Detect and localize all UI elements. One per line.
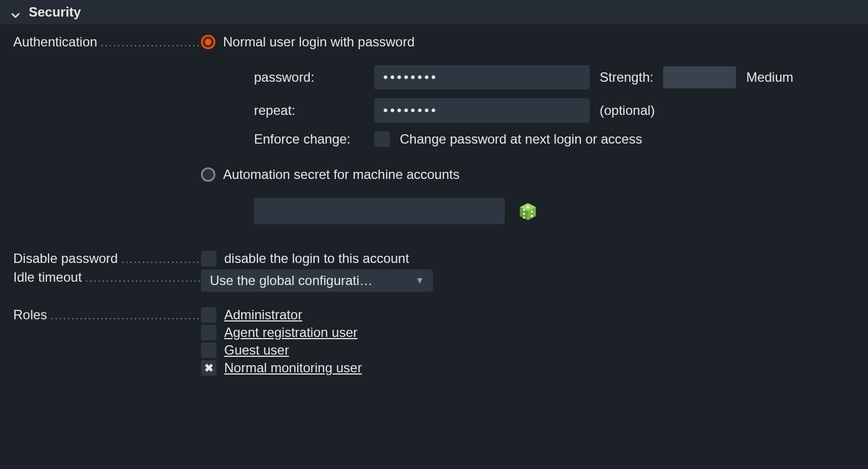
enforce-change-text: Change password at next login or access <box>400 131 642 147</box>
repeat-password-input[interactable] <box>374 98 590 123</box>
role-item: Agent registration user <box>201 325 855 340</box>
disable-password-checkbox[interactable] <box>201 251 216 266</box>
auth-radio-automation[interactable]: Automation secret for machine accounts <box>201 167 855 182</box>
chevron-down-icon <box>11 8 20 17</box>
strength-label: Strength: <box>600 70 653 85</box>
authentication-label: Authentication <box>13 34 201 50</box>
automation-secret-input[interactable] <box>254 198 505 224</box>
disable-password-label: Disable password <box>13 251 201 266</box>
radio-unselected-icon <box>201 167 215 182</box>
idle-timeout-value: Use the global configurati… <box>210 273 373 288</box>
radio-selected-icon <box>201 35 215 49</box>
strength-text: Medium <box>746 70 793 85</box>
role-item: Administrator <box>201 307 855 323</box>
enforce-change-checkbox[interactable] <box>374 131 390 147</box>
role-link[interactable]: Normal monitoring user <box>224 360 362 376</box>
enforce-change-label: Enforce change: <box>254 131 364 147</box>
role-link[interactable]: Administrator <box>224 307 302 323</box>
roles-label: Roles <box>13 307 201 323</box>
svg-point-4 <box>527 206 529 208</box>
role-checkbox[interactable] <box>201 360 216 376</box>
repeat-label: repeat: <box>254 103 364 118</box>
auth-radio-password[interactable]: Normal user login with password <box>201 34 855 50</box>
disable-password-text: disable the login to this account <box>224 251 409 266</box>
password-input[interactable] <box>374 65 590 89</box>
section-title: Security <box>29 4 81 20</box>
idle-timeout-select[interactable]: Use the global configurati… ▼ <box>201 270 433 292</box>
role-item: Normal monitoring user <box>201 360 855 376</box>
section-header[interactable]: Security <box>0 0 868 24</box>
role-link[interactable]: Guest user <box>224 342 289 358</box>
roles-list: AdministratorAgent registration userGues… <box>201 307 855 376</box>
auth-radio-password-label: Normal user login with password <box>223 34 415 50</box>
role-link[interactable]: Agent registration user <box>224 325 357 340</box>
caret-down-icon: ▼ <box>415 276 424 286</box>
svg-point-5 <box>531 210 533 213</box>
svg-point-6 <box>531 215 533 217</box>
strength-meter <box>663 66 736 88</box>
role-item: Guest user <box>201 342 855 358</box>
svg-point-8 <box>523 213 525 215</box>
auth-radio-automation-label: Automation secret for machine accounts <box>223 167 459 182</box>
password-label: password: <box>254 70 364 85</box>
svg-point-7 <box>523 209 525 211</box>
svg-point-9 <box>523 217 525 219</box>
role-checkbox[interactable] <box>201 325 216 340</box>
role-checkbox[interactable] <box>201 307 216 323</box>
role-checkbox[interactable] <box>201 342 216 358</box>
dice-icon[interactable] <box>518 201 538 221</box>
repeat-hint: (optional) <box>600 103 655 118</box>
idle-timeout-label: Idle timeout <box>13 270 201 285</box>
